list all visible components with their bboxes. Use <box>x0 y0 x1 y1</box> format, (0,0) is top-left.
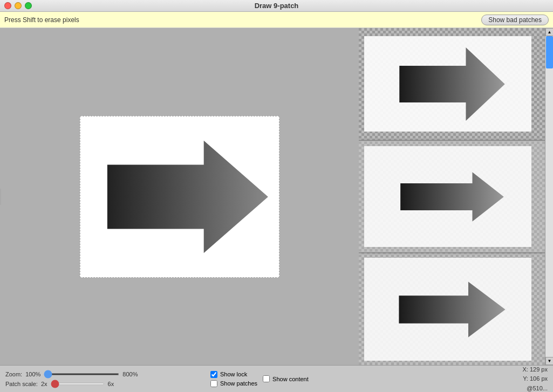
arrow-svg <box>80 116 279 277</box>
patch-image[interactable] <box>80 116 279 278</box>
top-bar: Press Shift to erase pixels Show bad pat… <box>0 12 553 28</box>
svg-marker-3 <box>399 281 505 337</box>
patch-canvas[interactable] <box>74 111 285 283</box>
arrow-container-3 <box>359 253 545 365</box>
y-coord: Y: 106 px <box>523 374 548 384</box>
preview-panel: ▲ ▼ <box>359 28 553 365</box>
main-area: ◄ <box>0 28 553 365</box>
show-patches-row: Show patches <box>210 380 257 387</box>
preview-section-2 <box>359 141 545 253</box>
show-patches-label[interactable]: Show patches <box>220 380 257 387</box>
show-content-row: Show content <box>263 375 309 382</box>
show-lock-checkbox[interactable] <box>210 371 217 378</box>
scale-row: Patch scale: 2x 6x <box>5 381 200 387</box>
scale-min: 2x <box>41 381 47 387</box>
zoom-max-value: 800% <box>122 371 138 377</box>
preview-sections <box>359 28 545 365</box>
svg-marker-0 <box>107 140 268 253</box>
zoom-slider[interactable] <box>44 373 119 375</box>
maximize-button[interactable] <box>25 2 32 9</box>
minimize-button[interactable] <box>15 2 22 9</box>
arrow-container-2 <box>359 141 545 252</box>
show-content-checkbox[interactable] <box>263 375 270 382</box>
coordinates: X: 129 px Y: 106 px @510... <box>523 365 548 392</box>
show-content-label[interactable]: Show content <box>272 376 309 382</box>
preview-section-1 <box>359 28 545 141</box>
scroll-thumb[interactable] <box>546 36 553 68</box>
window-title: Draw 9-patch <box>255 2 299 10</box>
preview-area: ▲ ▼ <box>359 28 553 365</box>
x-coord: X: 129 px <box>523 365 548 374</box>
close-button[interactable] <box>4 2 11 9</box>
show-bad-patches-button[interactable]: Show bad patches <box>481 15 549 25</box>
preview-arrow-2 <box>390 170 514 224</box>
zoom-label: Zoom: <box>5 371 22 377</box>
scale-label: Patch scale: <box>5 381 38 387</box>
editor-panel[interactable]: ◄ <box>0 28 359 365</box>
scale-max: 6x <box>108 381 114 387</box>
title-bar: Draw 9-patch <box>0 0 553 12</box>
show-patches-checkbox[interactable] <box>210 380 217 387</box>
bottom-checkboxes: Show lock Show patches <box>210 371 257 387</box>
scroll-track[interactable] <box>545 36 553 357</box>
bottom-checkboxes-2: Show content <box>263 375 309 382</box>
show-lock-row: Show lock <box>210 371 257 378</box>
show-lock-label[interactable]: Show lock <box>220 371 247 377</box>
svg-marker-2 <box>400 172 504 222</box>
arrow-container-1 <box>359 28 545 140</box>
hint-text: Press Shift to erase pixels <box>4 16 481 24</box>
bottom-controls: Zoom: 100% 800% Patch scale: 2x 6x <box>5 371 200 387</box>
window-controls <box>4 2 32 9</box>
scrollbar[interactable]: ▲ ▼ <box>545 28 553 365</box>
svg-marker-1 <box>399 47 505 121</box>
preview-arrow-3 <box>390 277 514 342</box>
extra-coord: @510... <box>523 383 548 392</box>
bottom-bar: Zoom: 100% 800% Patch scale: 2x 6x Show … <box>0 365 553 392</box>
zoom-row: Zoom: 100% 800% <box>5 371 200 377</box>
preview-section-3 <box>359 253 545 365</box>
scroll-down-button[interactable]: ▼ <box>545 357 553 365</box>
preview-arrow-1 <box>393 38 511 130</box>
scroll-up-button[interactable]: ▲ <box>545 28 553 36</box>
patch-scale-slider[interactable] <box>51 383 105 385</box>
zoom-min-value: 100% <box>25 371 40 377</box>
collapse-handle[interactable]: ◄ <box>0 189 1 205</box>
